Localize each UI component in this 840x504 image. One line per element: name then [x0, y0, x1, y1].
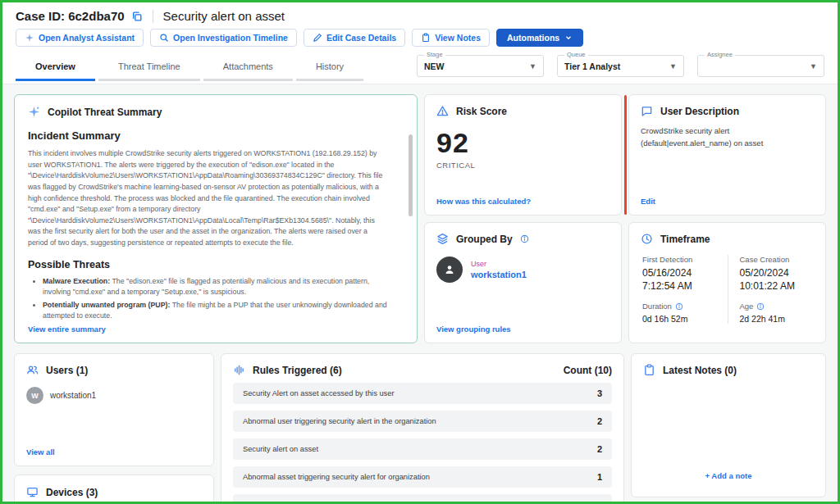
- rule-row[interactable]: Abnormal asset triggering security alert…: [233, 466, 612, 488]
- pencil-icon: [313, 33, 322, 43]
- open-analyst-assistant-button[interactable]: Open Analyst Assistant: [16, 29, 144, 47]
- view-notes-button[interactable]: View Notes: [412, 29, 490, 47]
- entity-type-label: User: [471, 260, 527, 268]
- view-all-users-link[interactable]: View all: [26, 447, 55, 456]
- card-title: User Description: [660, 106, 739, 117]
- rule-row[interactable]: Security Alert on asset accessed by this…: [233, 383, 612, 404]
- user-name: workstation1: [50, 391, 96, 400]
- automations-button[interactable]: Automations: [496, 29, 583, 47]
- view-entire-summary-link[interactable]: View entire summary: [28, 325, 106, 334]
- warning-triangle-icon: [436, 105, 449, 117]
- rule-name: First security alert for this asset for …: [243, 501, 403, 504]
- card-title: Copilot Threat Summary: [48, 107, 162, 118]
- case-id: Case ID: 6c2dba70: [16, 9, 125, 23]
- select-label: Queue: [564, 51, 588, 58]
- button-label: Edit Case Details: [326, 33, 396, 43]
- tab-attachments[interactable]: Attachments: [203, 55, 293, 81]
- threat-item: Malware Execution: The "edison.exe" file…: [43, 276, 395, 297]
- duration-value: 0d 16h 52m: [642, 314, 728, 324]
- tab-label: Overview: [35, 61, 75, 71]
- user-list-item[interactable]: W workstation1: [26, 387, 202, 404]
- select-label: Stage: [424, 51, 445, 58]
- person-icon: [443, 263, 456, 276]
- age-value: 2d 22h 41m: [740, 314, 815, 324]
- info-icon[interactable]: [675, 302, 683, 311]
- header-divider: [153, 10, 153, 23]
- rule-name: Abnormal asset triggering security alert…: [243, 473, 430, 481]
- chevron-down-icon: ▼: [669, 62, 677, 70]
- case-field-selects: Stage NEW ▼ Queue Tier 1 Analyst ▼ Assig…: [417, 55, 824, 84]
- rule-count: 2: [597, 416, 602, 426]
- user-description-card: User Description CrowdStrike security al…: [628, 94, 826, 216]
- select-label: Assignee: [705, 51, 735, 58]
- clipboard-icon: [421, 33, 431, 43]
- count-column-header: Count (10): [564, 365, 612, 376]
- button-label: Open Analyst Assistant: [39, 33, 135, 43]
- select-value: NEW: [424, 61, 529, 71]
- rule-name: Abnormal user triggering security alert …: [243, 417, 436, 425]
- add-note-link[interactable]: + Add a note: [705, 471, 752, 480]
- possible-threats-heading: Possible Threats: [28, 259, 404, 270]
- monitor-icon: [26, 486, 39, 498]
- button-label: Open Investigation Timeline: [173, 33, 288, 43]
- overview-content: Copilot Threat Summary Incident Summary …: [2, 84, 838, 504]
- card-title: Devices (3): [46, 487, 98, 498]
- possible-threats-list: Malware Execution: The "edison.exe" file…: [43, 276, 395, 322]
- tab-history[interactable]: History: [296, 55, 363, 81]
- clock-icon: [641, 233, 653, 245]
- copy-icon[interactable]: [131, 11, 143, 22]
- incident-summary-heading: Incident Summary: [28, 129, 404, 142]
- first-detection-time: 7:12:54 AM: [642, 280, 728, 292]
- alert-accent-bar: [624, 95, 627, 215]
- tab-label: Attachments: [223, 61, 273, 71]
- search-icon: [159, 33, 169, 43]
- case-creation-time: 10:01:22 AM: [740, 280, 815, 292]
- chevron-down-icon: ▼: [529, 62, 536, 70]
- tab-overview[interactable]: Overview: [16, 55, 95, 81]
- rule-name: Security Alert on asset accessed by this…: [243, 389, 394, 397]
- case-creation-label: Case Creation: [740, 255, 815, 264]
- user-avatar: [436, 257, 463, 283]
- latest-notes-card: Latest Notes (0) + Add a note: [631, 353, 826, 497]
- risk-score-card: Risk Score 92 CRITICAL How was this calc…: [424, 94, 622, 216]
- sparkle-icon: [25, 33, 34, 43]
- case-creation-date: 05/20/2024: [740, 267, 815, 279]
- case-title: Security alert on asset: [163, 9, 285, 23]
- rule-row[interactable]: First security alert for this asset for …: [233, 494, 612, 504]
- queue-select[interactable]: Queue Tier 1 Analyst ▼: [557, 55, 684, 77]
- rule-row[interactable]: Abnormal user triggering security alert …: [233, 411, 612, 432]
- rule-row[interactable]: Security alert on asset 2: [233, 438, 612, 460]
- card-title: Rules Triggered (6): [253, 365, 342, 376]
- tab-label: History: [316, 61, 344, 71]
- rule-count: 1: [597, 500, 602, 504]
- devices-card: Devices (3): [14, 474, 214, 504]
- rule-count: 1: [597, 472, 602, 482]
- age-label: Age: [740, 302, 754, 311]
- how-calculated-link[interactable]: How was this calculated?: [436, 197, 531, 206]
- tab-threat-timeline[interactable]: Threat Timeline: [98, 55, 200, 81]
- rule-count: 2: [597, 444, 602, 454]
- card-title: Latest Notes (0): [663, 365, 737, 376]
- tab-strip: Overview Threat Timeline Attachments His…: [2, 50, 838, 84]
- assignee-select[interactable]: Assignee ▼: [697, 55, 824, 77]
- info-icon[interactable]: [520, 234, 529, 243]
- edit-description-link[interactable]: Edit: [641, 197, 655, 206]
- view-grouping-rules-link[interactable]: View grouping rules: [436, 325, 511, 334]
- rule-name: Security alert on asset: [243, 445, 318, 453]
- info-icon[interactable]: [756, 302, 765, 311]
- entity-name-link[interactable]: workstation1: [471, 270, 527, 279]
- layers-icon: [436, 233, 449, 245]
- card-title: Timeframe: [660, 234, 710, 245]
- chevron-down-icon: ▼: [810, 62, 817, 70]
- card-title: Risk Score: [456, 106, 507, 117]
- select-value: Tier 1 Analyst: [564, 61, 669, 71]
- timeframe-card: Timeframe First Detection 05/16/2024 7:1…: [628, 222, 826, 343]
- incident-summary-text: This incident involves multiple CrowdStr…: [28, 148, 389, 249]
- open-investigation-timeline-button[interactable]: Open Investigation Timeline: [150, 29, 297, 47]
- button-label: View Notes: [435, 33, 481, 43]
- edit-case-details-button[interactable]: Edit Case Details: [304, 29, 405, 47]
- stage-select[interactable]: Stage NEW ▼: [417, 55, 544, 77]
- summary-scrollbar[interactable]: [409, 134, 413, 216]
- duration-label: Duration: [642, 302, 672, 311]
- user-description-text: CrowdStrike security alert (default|even…: [641, 125, 805, 149]
